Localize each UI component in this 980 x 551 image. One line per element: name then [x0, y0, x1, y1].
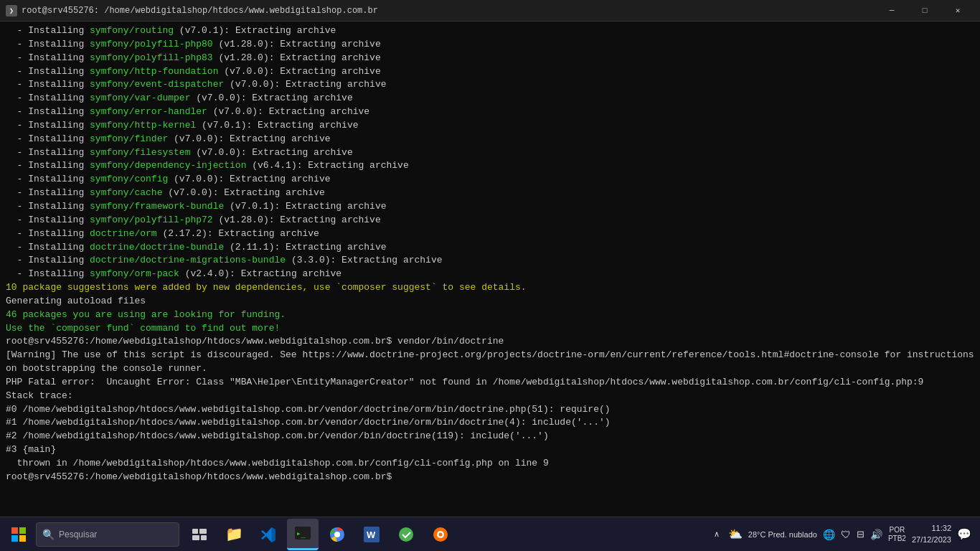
- terminal-line: - Installing symfony/event-dispatcher (v…: [6, 78, 974, 92]
- hidden-icons-button[interactable]: ∧: [711, 529, 722, 539]
- word-icon: W: [364, 527, 380, 542]
- file-explorer-button[interactable]: 📁: [218, 519, 250, 550]
- clock: 11:32 27/12/2023: [912, 523, 951, 545]
- terminal-line: PHP Fatal error: Uncaught Error: Class "…: [6, 376, 974, 390]
- titlebar-title: root@srv455276: /home/webdigitalshop/htd…: [22, 6, 378, 16]
- browser2-button[interactable]: [425, 519, 456, 550]
- green-app-icon: [398, 527, 414, 542]
- volume-icon: 🔊: [870, 529, 882, 540]
- svg-rect-5: [199, 529, 207, 534]
- terminal-button[interactable]: ▸_: [287, 519, 319, 550]
- folder-icon: 📁: [225, 525, 243, 543]
- svg-rect-0: [11, 527, 18, 534]
- terminal-line: - Installing doctrine/orm (2.17.2): Extr…: [6, 227, 974, 241]
- terminal-line: - Installing symfony/cache (v7.0.0): Ext…: [6, 187, 974, 200]
- terminal-line: - Installing doctrine/doctrine-migration…: [6, 254, 974, 268]
- titlebar-controls: ─ □ ✕: [875, 0, 974, 22]
- terminal-taskbar-icon: ▸_: [295, 527, 311, 540]
- minimize-button[interactable]: ─: [875, 0, 908, 22]
- terminal-line: #1 /home/webdigitalshop/htdocs/www.webdi…: [6, 416, 974, 430]
- terminal-line: - Installing symfony/http-kernel (v7.0.1…: [6, 119, 974, 133]
- terminal-line: - Installing symfony/dependency-injectio…: [6, 159, 974, 173]
- terminal-line: - Installing symfony/polyfill-php83 (v1.…: [6, 52, 974, 65]
- terminal-line: 10 package suggestions were added by new…: [6, 281, 974, 295]
- taskview-button[interactable]: [184, 519, 215, 550]
- terminal-line: - Installing symfony/config (v7.0.0): Ex…: [6, 173, 974, 187]
- terminal-line: - Installing doctrine/doctrine-bundle (2…: [6, 241, 974, 255]
- terminal-line: thrown in /home/webdigitalshop/htdocs/ww…: [6, 457, 974, 471]
- terminal-line: 46 packages you are using are looking fo…: [6, 309, 974, 322]
- terminal-line: root@srv455276:/home/webdigitalshop/htdo…: [6, 335, 974, 349]
- svg-point-18: [439, 532, 443, 536]
- svg-text:▸_: ▸_: [296, 529, 306, 538]
- antivirus-icon: 🛡: [841, 529, 851, 540]
- weather-icon: ⛅: [728, 527, 743, 541]
- terminal-line: Stack trace:: [6, 390, 974, 403]
- titlebar-left: ❯ root@srv455276: /home/webdigitalshop/h…: [6, 5, 378, 17]
- svg-rect-1: [19, 527, 26, 534]
- search-icon: 🔍: [42, 529, 55, 540]
- svg-rect-4: [192, 529, 198, 534]
- titlebar: ❯ root@srv455276: /home/webdigitalshop/h…: [0, 0, 980, 22]
- terminal-line: - Installing symfony/error-handler (v7.0…: [6, 105, 974, 119]
- svg-rect-6: [192, 535, 199, 540]
- search-placeholder: Pesquisar: [59, 529, 97, 540]
- green-app-button[interactable]: [390, 519, 422, 550]
- terminal-line: - Installing symfony/http-foundation (v7…: [6, 65, 974, 79]
- vscode-icon: [260, 527, 276, 542]
- terminal-content: - Installing symfony/routing (v7.0.1): E…: [0, 22, 980, 517]
- battery-icon: ⊟: [857, 529, 864, 540]
- svg-point-12: [335, 532, 340, 537]
- terminal-line: root@srv455276:/home/webdigitalshop/htdo…: [6, 471, 974, 484]
- start-button[interactable]: [3, 519, 34, 550]
- terminal-line: [Warning] The use of this script is disc…: [6, 349, 974, 376]
- network-icon: 🌐: [823, 529, 835, 540]
- terminal-line: #3 {main}: [6, 443, 974, 457]
- language-label: PORPTB2: [888, 526, 906, 543]
- notification-button[interactable]: 💬: [957, 527, 971, 541]
- terminal-line: - Installing symfony/routing (v7.0.1): E…: [6, 24, 974, 38]
- chrome-icon: [329, 527, 345, 542]
- browser2-icon: [433, 527, 448, 542]
- word-button[interactable]: W: [356, 519, 387, 550]
- windows-icon: [11, 527, 27, 542]
- terminal-line: - Installing symfony/framework-bundle (v…: [6, 200, 974, 214]
- terminal-line: - Installing symfony/filesystem (v7.0.0)…: [6, 146, 974, 160]
- terminal-line: - Installing symfony/var-dumper (v7.0.0)…: [6, 92, 974, 105]
- svg-rect-2: [11, 535, 18, 542]
- maximize-button[interactable]: □: [908, 0, 941, 22]
- terminal-line: #2 /home/webdigitalshop/htdocs/www.webdi…: [6, 430, 974, 443]
- terminal-line: - Installing symfony/orm-pack (v2.4.0): …: [6, 268, 974, 281]
- taskbar-right: ∧ ⛅ 28°C Pred. nublado 🌐 🛡 ⊟ 🔊 PORPTB2 1…: [711, 523, 977, 545]
- svg-text:W: W: [367, 529, 376, 540]
- date: 27/12/2023: [912, 534, 951, 545]
- close-button[interactable]: ✕: [941, 0, 974, 22]
- vscode-button[interactable]: [253, 519, 284, 550]
- weather-text: 28°C Pred. nublado: [748, 530, 817, 539]
- time: 11:32: [912, 523, 951, 534]
- terminal-line: Generating autoload files: [6, 295, 974, 309]
- taskbar-apps: 📁 ▸_: [184, 519, 456, 550]
- svg-point-15: [399, 527, 413, 542]
- chrome-button[interactable]: [321, 519, 353, 550]
- terminal-line: Use the `composer fund` command to find …: [6, 322, 974, 336]
- taskbar: 🔍 Pesquisar 📁 ▸_: [0, 517, 980, 551]
- taskview-icon: [192, 529, 207, 540]
- search-bar[interactable]: 🔍 Pesquisar: [36, 522, 179, 547]
- svg-rect-7: [201, 535, 207, 540]
- terminal-line: - Installing symfony/polyfill-php72 (v1.…: [6, 214, 974, 227]
- terminal-line: #0 /home/webdigitalshop/htdocs/www.webdi…: [6, 403, 974, 417]
- terminal-line: - Installing symfony/polyfill-php80 (v1.…: [6, 38, 974, 52]
- terminal-line: - Installing symfony/finder (v7.0.0): Ex…: [6, 133, 974, 146]
- terminal-icon: ❯: [6, 5, 17, 17]
- svg-rect-3: [19, 535, 26, 542]
